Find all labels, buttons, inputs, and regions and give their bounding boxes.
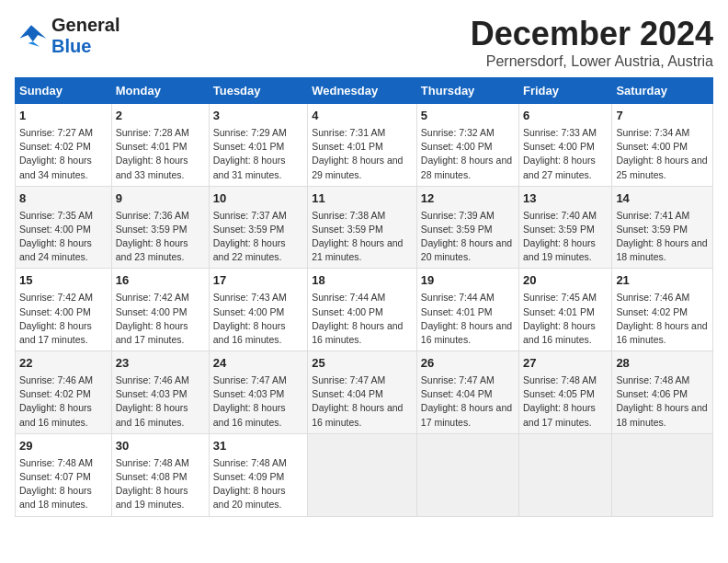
day-number: 26 <box>421 355 515 373</box>
calendar-cell: 4Sunrise: 7:31 AMSunset: 4:01 PMDaylight… <box>308 104 417 187</box>
day-info: Sunrise: 7:38 AMSunset: 3:59 PMDaylight:… <box>312 210 403 263</box>
day-info: Sunrise: 7:48 AMSunset: 4:06 PMDaylight:… <box>616 374 707 428</box>
calendar-cell: 27Sunrise: 7:48 AMSunset: 4:05 PMDayligh… <box>519 351 612 434</box>
day-info: Sunrise: 7:46 AMSunset: 4:02 PMDaylight:… <box>19 374 93 428</box>
day-number: 9 <box>116 190 205 208</box>
calendar-table: SundayMondayTuesdayWednesdayThursdayFrid… <box>15 77 713 517</box>
day-info: Sunrise: 7:28 AMSunset: 4:01 PMDaylight:… <box>116 127 189 180</box>
day-info: Sunrise: 7:42 AMSunset: 4:00 PMDaylight:… <box>19 292 93 345</box>
day-number: 27 <box>523 355 608 373</box>
day-number: 29 <box>19 438 108 455</box>
calendar-cell: 8Sunrise: 7:35 AMSunset: 4:00 PMDaylight… <box>16 186 112 269</box>
day-number: 21 <box>616 272 709 290</box>
day-number: 25 <box>312 355 413 373</box>
day-number: 1 <box>19 108 108 125</box>
title-block: December 2024 Pernersdorf, Lower Austria… <box>471 15 713 70</box>
calendar-cell <box>416 433 518 516</box>
calendar-cell: 25Sunrise: 7:47 AMSunset: 4:04 PMDayligh… <box>308 351 417 434</box>
day-number: 6 <box>523 108 608 125</box>
svg-marker-1 <box>28 41 40 46</box>
svg-marker-0 <box>19 25 46 41</box>
day-number: 18 <box>312 272 413 290</box>
day-info: Sunrise: 7:47 AMSunset: 4:04 PMDaylight:… <box>421 374 512 428</box>
day-info: Sunrise: 7:27 AMSunset: 4:02 PMDaylight:… <box>19 127 93 180</box>
calendar-cell: 1Sunrise: 7:27 AMSunset: 4:02 PMDaylight… <box>16 104 112 187</box>
header-day-friday: Friday <box>519 78 612 104</box>
day-info: Sunrise: 7:48 AMSunset: 4:07 PMDaylight:… <box>19 457 93 511</box>
day-info: Sunrise: 7:29 AMSunset: 4:01 PMDaylight:… <box>213 127 287 180</box>
day-number: 22 <box>19 355 108 373</box>
calendar-cell: 21Sunrise: 7:46 AMSunset: 4:02 PMDayligh… <box>612 269 713 351</box>
day-number: 2 <box>116 108 205 125</box>
calendar-cell: 24Sunrise: 7:47 AMSunset: 4:03 PMDayligh… <box>209 351 307 434</box>
header-day-wednesday: Wednesday <box>308 78 417 104</box>
day-info: Sunrise: 7:47 AMSunset: 4:04 PMDaylight:… <box>312 374 403 428</box>
header-row: SundayMondayTuesdayWednesdayThursdayFrid… <box>16 78 713 104</box>
day-info: Sunrise: 7:46 AMSunset: 4:02 PMDaylight:… <box>616 292 707 345</box>
day-number: 5 <box>421 108 515 125</box>
day-info: Sunrise: 7:44 AMSunset: 4:01 PMDaylight:… <box>421 292 512 345</box>
day-info: Sunrise: 7:40 AMSunset: 3:59 PMDaylight:… <box>523 210 597 263</box>
day-number: 24 <box>213 355 303 373</box>
day-number: 13 <box>523 190 608 208</box>
calendar-cell: 20Sunrise: 7:45 AMSunset: 4:01 PMDayligh… <box>519 269 612 351</box>
day-number: 19 <box>421 272 515 290</box>
logo: General Blue <box>15 15 119 57</box>
day-info: Sunrise: 7:35 AMSunset: 4:00 PMDaylight:… <box>19 210 93 263</box>
day-info: Sunrise: 7:42 AMSunset: 4:00 PMDaylight:… <box>116 292 189 345</box>
page-header: General Blue December 2024 Pernersdorf, … <box>15 15 713 70</box>
logo-blue: Blue <box>51 36 91 56</box>
calendar-cell: 26Sunrise: 7:47 AMSunset: 4:04 PMDayligh… <box>416 351 518 434</box>
header-day-sunday: Sunday <box>16 78 112 104</box>
calendar-cell: 29Sunrise: 7:48 AMSunset: 4:07 PMDayligh… <box>16 433 112 516</box>
day-info: Sunrise: 7:33 AMSunset: 4:00 PMDaylight:… <box>523 127 597 180</box>
day-number: 28 <box>616 355 709 373</box>
header-day-saturday: Saturday <box>612 78 713 104</box>
day-info: Sunrise: 7:34 AMSunset: 4:00 PMDaylight:… <box>616 127 707 180</box>
day-info: Sunrise: 7:46 AMSunset: 4:03 PMDaylight:… <box>116 374 189 428</box>
calendar-cell: 12Sunrise: 7:39 AMSunset: 3:59 PMDayligh… <box>416 186 518 269</box>
day-info: Sunrise: 7:43 AMSunset: 4:00 PMDaylight:… <box>213 292 287 345</box>
page-subtitle: Pernersdorf, Lower Austria, Austria <box>471 53 713 70</box>
calendar-cell <box>519 433 612 516</box>
calendar-cell: 28Sunrise: 7:48 AMSunset: 4:06 PMDayligh… <box>612 351 713 434</box>
calendar-cell: 15Sunrise: 7:42 AMSunset: 4:00 PMDayligh… <box>16 269 112 351</box>
day-number: 10 <box>213 190 303 208</box>
calendar-cell: 7Sunrise: 7:34 AMSunset: 4:00 PMDaylight… <box>612 104 713 187</box>
calendar-cell: 23Sunrise: 7:46 AMSunset: 4:03 PMDayligh… <box>111 351 209 434</box>
day-number: 3 <box>213 108 303 125</box>
day-info: Sunrise: 7:31 AMSunset: 4:01 PMDaylight:… <box>312 127 403 180</box>
logo-general: General <box>51 15 119 35</box>
week-row-4: 22Sunrise: 7:46 AMSunset: 4:02 PMDayligh… <box>16 351 713 434</box>
day-number: 4 <box>312 108 413 125</box>
day-info: Sunrise: 7:36 AMSunset: 3:59 PMDaylight:… <box>116 210 189 263</box>
week-row-3: 15Sunrise: 7:42 AMSunset: 4:00 PMDayligh… <box>16 269 713 351</box>
week-row-1: 1Sunrise: 7:27 AMSunset: 4:02 PMDaylight… <box>16 104 713 187</box>
header-day-thursday: Thursday <box>416 78 518 104</box>
calendar-cell: 17Sunrise: 7:43 AMSunset: 4:00 PMDayligh… <box>209 269 307 351</box>
day-number: 11 <box>312 190 413 208</box>
calendar-cell: 19Sunrise: 7:44 AMSunset: 4:01 PMDayligh… <box>416 269 518 351</box>
day-info: Sunrise: 7:32 AMSunset: 4:00 PMDaylight:… <box>421 127 512 180</box>
calendar-cell: 11Sunrise: 7:38 AMSunset: 3:59 PMDayligh… <box>308 186 417 269</box>
week-row-2: 8Sunrise: 7:35 AMSunset: 4:00 PMDaylight… <box>16 186 713 269</box>
calendar-cell: 14Sunrise: 7:41 AMSunset: 3:59 PMDayligh… <box>612 186 713 269</box>
page-title: December 2024 <box>471 15 713 53</box>
calendar-cell: 3Sunrise: 7:29 AMSunset: 4:01 PMDaylight… <box>209 104 307 187</box>
day-number: 14 <box>616 190 709 208</box>
day-info: Sunrise: 7:48 AMSunset: 4:05 PMDaylight:… <box>523 374 597 428</box>
day-number: 20 <box>523 272 608 290</box>
calendar-cell: 2Sunrise: 7:28 AMSunset: 4:01 PMDaylight… <box>111 104 209 187</box>
day-number: 30 <box>116 438 205 455</box>
calendar-cell: 9Sunrise: 7:36 AMSunset: 3:59 PMDaylight… <box>111 186 209 269</box>
day-number: 23 <box>116 355 205 373</box>
calendar-cell: 6Sunrise: 7:33 AMSunset: 4:00 PMDaylight… <box>519 104 612 187</box>
calendar-cell: 31Sunrise: 7:48 AMSunset: 4:09 PMDayligh… <box>209 433 307 516</box>
day-number: 17 <box>213 272 303 290</box>
day-info: Sunrise: 7:48 AMSunset: 4:09 PMDaylight:… <box>213 457 287 511</box>
calendar-cell: 16Sunrise: 7:42 AMSunset: 4:00 PMDayligh… <box>111 269 209 351</box>
day-info: Sunrise: 7:39 AMSunset: 3:59 PMDaylight:… <box>421 210 512 263</box>
calendar-cell: 10Sunrise: 7:37 AMSunset: 3:59 PMDayligh… <box>209 186 307 269</box>
day-info: Sunrise: 7:45 AMSunset: 4:01 PMDaylight:… <box>523 292 597 345</box>
day-info: Sunrise: 7:44 AMSunset: 4:00 PMDaylight:… <box>312 292 403 345</box>
